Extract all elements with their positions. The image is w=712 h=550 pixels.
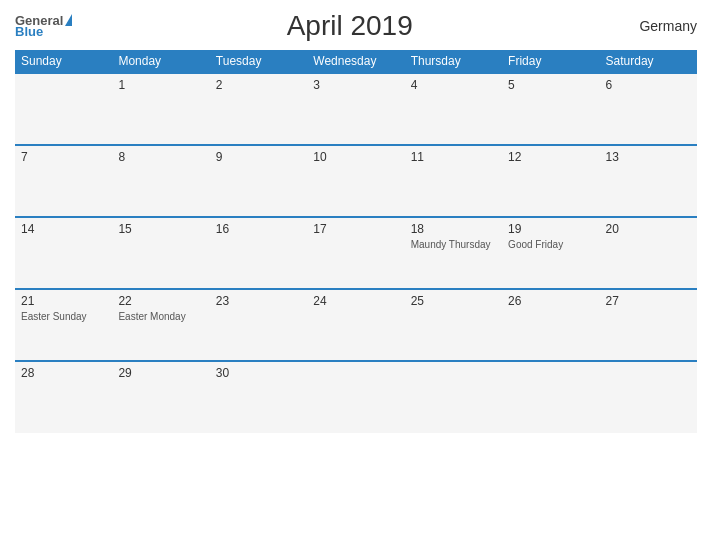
week-row-5: 282930 bbox=[15, 361, 697, 433]
day-number-7: 7 bbox=[21, 150, 106, 164]
week-row-2: 78910111213 bbox=[15, 145, 697, 217]
day-number-24: 24 bbox=[313, 294, 398, 308]
calendar-table: Sunday Monday Tuesday Wednesday Thursday… bbox=[15, 50, 697, 433]
week-row-1: 123456 bbox=[15, 73, 697, 145]
cell-w2-d1: 7 bbox=[15, 145, 112, 217]
cell-w5-d2: 29 bbox=[112, 361, 209, 433]
cell-w4-d7: 27 bbox=[600, 289, 697, 361]
cell-w4-d2: 22Easter Monday bbox=[112, 289, 209, 361]
day-number-6: 6 bbox=[606, 78, 691, 92]
calendar-page: General Blue April 2019 Germany Sunday M… bbox=[0, 0, 712, 550]
day-number-5: 5 bbox=[508, 78, 593, 92]
day-number-29: 29 bbox=[118, 366, 203, 380]
logo-blue-text: Blue bbox=[15, 25, 43, 38]
day-number-23: 23 bbox=[216, 294, 301, 308]
day-number-18: 18 bbox=[411, 222, 496, 236]
header-tuesday: Tuesday bbox=[210, 50, 307, 73]
cell-w4-d5: 25 bbox=[405, 289, 502, 361]
day-number-9: 9 bbox=[216, 150, 301, 164]
cell-w3-d5: 18Maundy Thursday bbox=[405, 217, 502, 289]
day-number-12: 12 bbox=[508, 150, 593, 164]
day-number-28: 28 bbox=[21, 366, 106, 380]
week-row-3: 1415161718Maundy Thursday19Good Friday20 bbox=[15, 217, 697, 289]
cell-w5-d6 bbox=[502, 361, 599, 433]
day-number-25: 25 bbox=[411, 294, 496, 308]
calendar-title: April 2019 bbox=[72, 10, 627, 42]
cell-w2-d3: 9 bbox=[210, 145, 307, 217]
country-label: Germany bbox=[627, 18, 697, 34]
cell-w1-d3: 2 bbox=[210, 73, 307, 145]
holiday-label-18: Maundy Thursday bbox=[411, 238, 496, 251]
cell-w2-d4: 10 bbox=[307, 145, 404, 217]
header: General Blue April 2019 Germany bbox=[15, 10, 697, 42]
cell-w1-d2: 1 bbox=[112, 73, 209, 145]
cell-w5-d3: 30 bbox=[210, 361, 307, 433]
day-number-30: 30 bbox=[216, 366, 301, 380]
day-number-26: 26 bbox=[508, 294, 593, 308]
header-thursday: Thursday bbox=[405, 50, 502, 73]
logo: General Blue bbox=[15, 14, 72, 38]
cell-w2-d7: 13 bbox=[600, 145, 697, 217]
cell-w5-d5 bbox=[405, 361, 502, 433]
header-monday: Monday bbox=[112, 50, 209, 73]
day-number-3: 3 bbox=[313, 78, 398, 92]
cell-w5-d1: 28 bbox=[15, 361, 112, 433]
day-number-4: 4 bbox=[411, 78, 496, 92]
cell-w4-d1: 21Easter Sunday bbox=[15, 289, 112, 361]
cell-w3-d4: 17 bbox=[307, 217, 404, 289]
cell-w5-d7 bbox=[600, 361, 697, 433]
cell-w3-d3: 16 bbox=[210, 217, 307, 289]
cell-w5-d4 bbox=[307, 361, 404, 433]
cell-w4-d3: 23 bbox=[210, 289, 307, 361]
day-number-27: 27 bbox=[606, 294, 691, 308]
day-number-2: 2 bbox=[216, 78, 301, 92]
cell-w3-d1: 14 bbox=[15, 217, 112, 289]
day-number-19: 19 bbox=[508, 222, 593, 236]
cell-w4-d4: 24 bbox=[307, 289, 404, 361]
header-saturday: Saturday bbox=[600, 50, 697, 73]
day-number-16: 16 bbox=[216, 222, 301, 236]
day-number-20: 20 bbox=[606, 222, 691, 236]
day-number-15: 15 bbox=[118, 222, 203, 236]
cell-w1-d6: 5 bbox=[502, 73, 599, 145]
day-number-11: 11 bbox=[411, 150, 496, 164]
holiday-label-21: Easter Sunday bbox=[21, 310, 106, 323]
header-wednesday: Wednesday bbox=[307, 50, 404, 73]
cell-w2-d6: 12 bbox=[502, 145, 599, 217]
holiday-label-22: Easter Monday bbox=[118, 310, 203, 323]
cell-w3-d2: 15 bbox=[112, 217, 209, 289]
weekday-header-row: Sunday Monday Tuesday Wednesday Thursday… bbox=[15, 50, 697, 73]
day-number-8: 8 bbox=[118, 150, 203, 164]
cell-w1-d1 bbox=[15, 73, 112, 145]
cell-w1-d7: 6 bbox=[600, 73, 697, 145]
cell-w1-d4: 3 bbox=[307, 73, 404, 145]
cell-w4-d6: 26 bbox=[502, 289, 599, 361]
day-number-21: 21 bbox=[21, 294, 106, 308]
cell-w3-d7: 20 bbox=[600, 217, 697, 289]
day-number-14: 14 bbox=[21, 222, 106, 236]
header-sunday: Sunday bbox=[15, 50, 112, 73]
cell-w2-d5: 11 bbox=[405, 145, 502, 217]
day-number-10: 10 bbox=[313, 150, 398, 164]
holiday-label-19: Good Friday bbox=[508, 238, 593, 251]
day-number-17: 17 bbox=[313, 222, 398, 236]
cell-w1-d5: 4 bbox=[405, 73, 502, 145]
cell-w3-d6: 19Good Friday bbox=[502, 217, 599, 289]
day-number-22: 22 bbox=[118, 294, 203, 308]
day-number-13: 13 bbox=[606, 150, 691, 164]
week-row-4: 21Easter Sunday22Easter Monday2324252627 bbox=[15, 289, 697, 361]
day-number-1: 1 bbox=[118, 78, 203, 92]
header-friday: Friday bbox=[502, 50, 599, 73]
logo-triangle-icon bbox=[65, 14, 72, 26]
cell-w2-d2: 8 bbox=[112, 145, 209, 217]
